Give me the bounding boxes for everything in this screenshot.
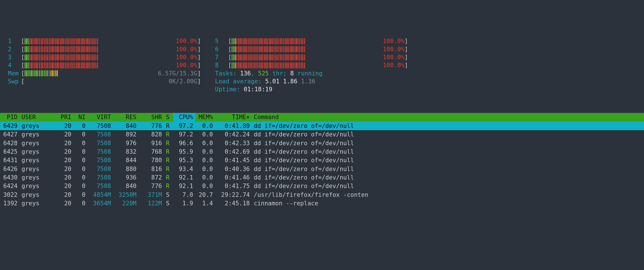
cell-shr: 768: [139, 147, 164, 156]
cell-ni: 0: [74, 122, 88, 130]
cell-user: greys: [20, 173, 57, 182]
cell-pid: 3022: [0, 191, 20, 199]
meter-bracket-open: [: [21, 53, 25, 61]
cpu-meter-2: 2[100.0%]: [8, 45, 201, 53]
cpu-percent: 100.0%: [176, 37, 197, 45]
cell-pid: 6428: [0, 139, 20, 147]
cpu-label: 7: [215, 53, 228, 61]
cell-pid: 6426: [0, 165, 20, 173]
cell-user: greys: [20, 165, 57, 173]
col-time[interactable]: TIME+: [215, 113, 252, 121]
cell-pid: 6424: [0, 182, 20, 190]
cell-res: 840: [113, 122, 139, 130]
col-mem[interactable]: MEM%: [195, 113, 215, 121]
cell-time: 0:41.89: [215, 122, 252, 130]
mem-value: 6.57G/15.3G: [158, 69, 197, 77]
cpu-percent: 100.0%: [383, 61, 404, 69]
meter-bracket-open: [: [228, 61, 232, 69]
process-row[interactable]: 6428greys2007508976916R96.60.00:42.33dd …: [0, 139, 644, 147]
cell-virt: 7508: [88, 147, 113, 156]
col-cpu[interactable]: CPU%: [173, 113, 195, 121]
cell-pid: 6431: [0, 156, 20, 164]
cell-virt: 4854M: [88, 191, 113, 199]
cell-virt: 3654M: [88, 199, 113, 208]
cpu-label: 5: [215, 37, 228, 45]
cell-shr: 816: [139, 165, 164, 173]
cell-virt: 7508: [88, 156, 113, 164]
cell-res: 880: [113, 165, 139, 173]
cpu-percent: 100.0%: [383, 45, 404, 53]
cell-res: 3250M: [113, 191, 139, 199]
cell-res: 936: [113, 173, 139, 182]
cell-command: dd if=/dev/zero of=/dev/null: [252, 130, 644, 139]
cell-time: 0:41.45: [215, 156, 252, 164]
cpu-meter-1: 1[100.0%]: [8, 37, 201, 45]
col-command[interactable]: Command: [252, 113, 644, 121]
cell-virt: 7508: [88, 182, 113, 190]
cpu-label: 8: [215, 61, 228, 69]
meter-bracket-close: ]: [404, 61, 408, 69]
process-row[interactable]: 6430greys2007508936872R92.10.00:41.46dd …: [0, 173, 644, 182]
cell-mem: 20.7: [195, 191, 215, 199]
col-pid[interactable]: PID: [0, 113, 20, 121]
cell-pid: 6430: [0, 173, 20, 182]
cpu-percent: 100.0%: [383, 53, 404, 61]
process-row[interactable]: 6431greys2007508844780R95.30.00:41.45dd …: [0, 156, 644, 164]
meter-bracket-close: ]: [404, 37, 408, 45]
process-row[interactable]: 6426greys2007508880816R93.40.00:40.36dd …: [0, 165, 644, 173]
meter-bracket-close: ]: [197, 53, 201, 61]
cell-pid: 6427: [0, 130, 20, 139]
process-row[interactable]: 6429greys2007508840776R97.20.00:41.89dd …: [0, 122, 644, 130]
cell-user: greys: [20, 191, 57, 199]
process-row[interactable]: 3022greys2004854M3250M371MS7.020.729:22.…: [0, 191, 644, 199]
meter-bracket-open: [: [228, 45, 232, 53]
cell-pri: 20: [57, 122, 74, 130]
cell-res: 976: [113, 139, 139, 147]
col-pri[interactable]: PRI: [57, 113, 74, 121]
process-table[interactable]: PID USER PRI NI VIRT RES SHR S CPU% MEM%…: [0, 113, 644, 208]
cell-pri: 20: [57, 156, 74, 164]
mem-meter: Mem[6.57G/15.3G]: [8, 69, 201, 77]
col-shr[interactable]: SHR: [139, 113, 164, 121]
cell-mem: 1.4: [195, 199, 215, 208]
cell-ni: 0: [74, 182, 88, 190]
process-table-body[interactable]: 6429greys2007508840776R97.20.00:41.89dd …: [0, 122, 644, 208]
table-header-row[interactable]: PID USER PRI NI VIRT RES SHR S CPU% MEM%…: [0, 113, 644, 121]
cell-mem: 0.0: [195, 122, 215, 130]
col-ni[interactable]: NI: [74, 113, 88, 121]
cell-ni: 0: [74, 139, 88, 147]
cpu-meter-3: 3[100.0%]: [8, 53, 201, 61]
meter-bracket-open: [: [21, 77, 25, 85]
col-virt[interactable]: VIRT: [88, 113, 113, 121]
cpu-label: 2: [8, 45, 21, 53]
cell-time: 2:45.18: [215, 199, 252, 208]
cell-command: dd if=/dev/zero of=/dev/null: [252, 165, 644, 173]
col-s[interactable]: S: [164, 113, 173, 121]
process-row[interactable]: 1392greys2003654M220M122MS1.91.42:45.18c…: [0, 199, 644, 208]
cpu-percent: 100.0%: [176, 53, 197, 61]
process-row[interactable]: 6427greys2007508892828R97.20.00:42.24dd …: [0, 130, 644, 139]
cell-shr: 872: [139, 173, 164, 182]
cell-command: dd if=/dev/zero of=/dev/null: [252, 139, 644, 147]
cell-state: R: [164, 156, 173, 164]
meter-bracket-open: [: [21, 61, 25, 69]
meter-bracket-close: ]: [197, 61, 201, 69]
col-user[interactable]: USER: [20, 113, 57, 121]
cell-cpu: 93.4: [173, 165, 195, 173]
cell-mem: 0.0: [195, 147, 215, 156]
process-row[interactable]: 6424greys2007508840776R92.10.00:41.75dd …: [0, 182, 644, 190]
cell-cpu: 95.9: [173, 147, 195, 156]
cell-mem: 0.0: [195, 182, 215, 190]
cell-command: /usr/lib/firefox/firefox -conten: [252, 191, 644, 199]
col-res[interactable]: RES: [113, 113, 139, 121]
meter-bracket-close: ]: [197, 45, 201, 53]
cell-cpu: 7.0: [173, 191, 195, 199]
cell-time: 0:42.69: [215, 147, 252, 156]
cell-res: 892: [113, 130, 139, 139]
cell-cpu: 95.3: [173, 156, 195, 164]
cell-command: dd if=/dev/zero of=/dev/null: [252, 147, 644, 156]
cell-state: R: [164, 147, 173, 156]
process-row[interactable]: 6425greys2007508832768R95.90.00:42.69dd …: [0, 147, 644, 156]
cpu-label: 4: [8, 61, 21, 69]
cell-pri: 20: [57, 147, 74, 156]
